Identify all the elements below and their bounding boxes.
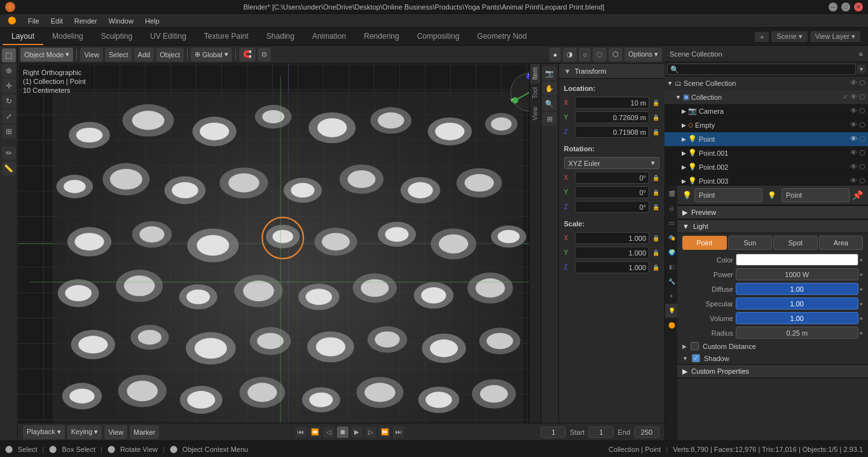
scale-lock-x[interactable]: 🔒	[652, 235, 659, 242]
cursor-tool[interactable]: ⊕	[2, 64, 16, 78]
tab-animation[interactable]: Animation	[303, 28, 355, 45]
marker-menu[interactable]: Marker	[130, 425, 159, 439]
measure-tool[interactable]: 📏	[2, 161, 16, 175]
grid-view-btn[interactable]: ⊞	[542, 112, 556, 126]
outliner-collection[interactable]: ▼ ▣ Collection ✓ 👁 ⬡	[665, 90, 868, 104]
material-props-tab[interactable]: 🟠	[665, 318, 678, 332]
collection-vis-icon[interactable]: ✓	[843, 93, 848, 101]
tab-modeling[interactable]: Modeling	[43, 28, 92, 45]
scale-lock-y[interactable]: 🔒	[652, 250, 659, 256]
end-frame-field[interactable]: 250	[634, 426, 659, 438]
point-eye-icon[interactable]: 👁	[850, 135, 857, 143]
menu-help[interactable]: Help	[140, 16, 165, 26]
scale-y-field[interactable]: 1.000	[575, 247, 649, 259]
keying-menu[interactable]: Keying ▾	[67, 425, 102, 439]
scale-x-field[interactable]: 1.000	[575, 232, 649, 244]
tab-geometry-nodes[interactable]: Geometry Nod	[468, 28, 535, 45]
outliner-filter-btn[interactable]: ▾	[857, 65, 865, 73]
scene-selector[interactable]: Scene ▾	[771, 31, 807, 42]
light-type-area[interactable]: Area	[819, 236, 864, 250]
item-tab[interactable]: Item	[530, 64, 540, 83]
rotation-x-field[interactable]: 0°	[575, 172, 649, 184]
current-frame-field[interactable]: 1	[541, 426, 566, 438]
stop-btn[interactable]: ⏹	[337, 426, 348, 438]
rotation-z-field[interactable]: 0°	[575, 201, 649, 213]
render-props-tab[interactable]: 🎬	[665, 187, 678, 201]
menu-render[interactable]: Render	[69, 16, 102, 26]
xray-btn[interactable]: ⬡	[609, 48, 623, 62]
object-props-tab[interactable]: ◧	[665, 260, 678, 274]
light-type-point[interactable]: Point	[682, 236, 727, 250]
tab-sculpting[interactable]: Sculpting	[92, 28, 141, 45]
object-name-field[interactable]: Point	[694, 188, 762, 202]
jump-end-btn[interactable]: ⏭	[393, 426, 404, 438]
annotate-tool[interactable]: ✏	[2, 146, 16, 160]
shadow-checkbox[interactable]: ✓	[692, 354, 700, 362]
data-props-tab[interactable]: 💡	[665, 304, 678, 318]
select-box-tool[interactable]: ⬚	[2, 48, 16, 62]
object-mode-dropdown[interactable]: Object Mode ▾	[20, 48, 73, 62]
options-btn[interactable]: Options ▾	[624, 48, 662, 62]
rotate-tool[interactable]: ↻	[2, 94, 16, 108]
filter-icon[interactable]: ≡	[859, 50, 863, 58]
lock-y-icon[interactable]: 🔒	[652, 114, 659, 121]
tool-tab[interactable]: Tool	[530, 83, 540, 102]
transform-tool[interactable]: ⊞	[2, 125, 16, 139]
view-layer-tab[interactable]: 🗃	[665, 216, 678, 230]
transform-panel-header[interactable]: ▼ Transform	[559, 64, 665, 79]
location-y-field[interactable]: 0.72609 m	[575, 111, 649, 123]
outliner-search[interactable]	[667, 64, 856, 75]
outliner-empty[interactable]: ▶ ◇ Empty 👁 ⬡	[665, 118, 868, 132]
diffuse-field[interactable]: 1.00	[736, 283, 858, 295]
power-field[interactable]: 1000 W	[736, 268, 858, 280]
select-menu[interactable]: Select	[105, 48, 132, 62]
color-swatch[interactable]	[736, 254, 858, 266]
custom-props-header[interactable]: ▶ Custom Properties	[677, 364, 868, 378]
volume-field[interactable]: 1.00	[736, 312, 858, 324]
view-menu-timeline[interactable]: View	[104, 425, 127, 439]
rotation-y-field[interactable]: 0°	[575, 186, 649, 198]
camera-eye-icon[interactable]: 👁	[850, 107, 857, 115]
restrict-select-icon[interactable]: ⬡	[859, 79, 865, 87]
zoom-btn[interactable]: 🔍	[542, 97, 556, 111]
view-layer-selector[interactable]: View Layer ▾	[810, 31, 860, 42]
transform-orientations[interactable]: ⊕ Global ▾	[191, 48, 232, 62]
outliner-scene-collection[interactable]: ▼ 🗂 Scene Collection 👁 ⬡	[665, 76, 868, 90]
add-menu[interactable]: Add	[134, 48, 155, 62]
viewport-shading-rendered[interactable]: ○	[579, 48, 591, 62]
radius-lock[interactable]: ●	[860, 330, 863, 336]
tab-texture-paint[interactable]: Texture Paint	[195, 28, 258, 45]
scale-z-field[interactable]: 1.000	[575, 261, 649, 273]
move-tool[interactable]: ✛	[2, 79, 16, 93]
viewport-main[interactable]: Right Orthographic (1) Collection | Poin…	[18, 64, 665, 423]
preview-section-header[interactable]: ▶ Preview	[677, 205, 868, 219]
outliner-camera[interactable]: ▶ 📷 Camera 👁 ⬡	[665, 104, 868, 118]
jump-start-btn[interactable]: ⏮	[295, 426, 307, 438]
lock-z-icon[interactable]: 🔒	[652, 129, 659, 135]
playback-menu[interactable]: Playback ▾	[23, 425, 65, 439]
point001-restrict-icon[interactable]: ⬡	[859, 149, 865, 157]
snap-btn[interactable]: 🧲	[239, 48, 256, 62]
start-frame-field[interactable]: 1	[588, 426, 614, 438]
collection-eye-icon[interactable]: 👁	[850, 93, 857, 101]
tab-compositing[interactable]: Compositing	[408, 28, 469, 45]
outliner-point-003[interactable]: ▶ 💡 Point.003 👁 ⬡	[665, 174, 868, 186]
outliner-point-002[interactable]: ▶ 💡 Point.002 👁 ⬡	[665, 160, 868, 174]
proportional-edit[interactable]: ⊙	[258, 48, 271, 62]
point-restrict-icon[interactable]: ⬡	[859, 135, 865, 143]
custom-distance-expand[interactable]: ▶	[682, 343, 687, 350]
tab-uv-editing[interactable]: UV Editing	[141, 28, 195, 45]
light-type-sun[interactable]: Sun	[728, 236, 773, 250]
custom-distance-checkbox[interactable]	[691, 342, 699, 350]
collection-restrict-icon[interactable]: ⬡	[859, 93, 865, 101]
rotation-mode-dropdown[interactable]: XYZ Euler ▾	[564, 157, 659, 169]
radius-field[interactable]: 0.25 m	[736, 327, 858, 339]
particles-tab[interactable]: ✦	[665, 289, 678, 303]
rot-lock-y[interactable]: 🔒	[652, 189, 659, 196]
light-section-header[interactable]: ▼ Light	[677, 219, 868, 233]
view-menu[interactable]: View	[80, 48, 103, 62]
menu-window[interactable]: Window	[104, 16, 139, 26]
tab-shading[interactable]: Shading	[258, 28, 303, 45]
outliner-point[interactable]: ▶ 💡 Point 👁 ⬡	[665, 132, 868, 146]
point003-restrict-icon[interactable]: ⬡	[859, 177, 865, 185]
